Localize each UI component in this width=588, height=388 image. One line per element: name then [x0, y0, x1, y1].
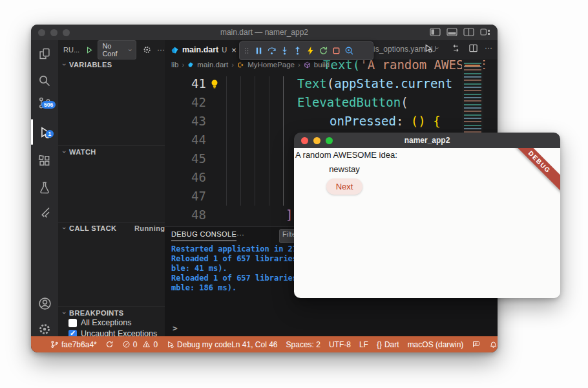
breadcrumb: lib › main.dart › MyHomePage › build	[171, 61, 330, 69]
step-out-icon[interactable]	[293, 46, 302, 56]
status-bar: fae7b6a4* 0 0 Debug my code Ln 41, Col 4…	[31, 336, 498, 352]
indent-guide	[240, 76, 241, 206]
flutter-icon[interactable]	[31, 203, 58, 222]
debug-banner: DEBUG	[505, 148, 560, 196]
variables-section-header[interactable]: › VARIABLES	[63, 61, 112, 69]
problems-item[interactable]: 0 0	[122, 340, 158, 349]
panel-more-icon[interactable]: ···	[236, 230, 244, 239]
stop-icon[interactable]	[331, 46, 341, 56]
chevron-icon: ›	[61, 227, 68, 230]
breadcrumb-myhomepage[interactable]: MyHomePage	[247, 61, 295, 69]
console-input-prompt[interactable]: >	[173, 323, 178, 333]
line-number: 47	[183, 187, 206, 206]
open-changes-button[interactable]	[451, 43, 461, 53]
step-over-icon[interactable]	[267, 46, 277, 56]
chevron-icon: ›	[61, 312, 68, 314]
split-editor-icon	[468, 43, 478, 53]
close-tab-icon[interactable]: ×	[231, 45, 236, 55]
toggle-sidebar-icon[interactable]	[430, 28, 441, 36]
namer-app-window: namer_app2 A random AWESOME idea: newsta…	[294, 133, 560, 298]
chevron-down-icon: ›	[434, 47, 441, 49]
chevron-icon: ›	[61, 63, 68, 66]
idea-column: A random AWESOME idea: newstay Next	[295, 150, 394, 195]
code-line-41: Text(appState.current	[297, 74, 452, 93]
customize-layout-icon[interactable]	[480, 28, 491, 36]
symbol-method-icon	[304, 61, 311, 69]
encoding-item[interactable]: UTF-8	[329, 340, 351, 349]
chevron-icon: ›	[61, 151, 68, 153]
run-menu-button[interactable]: ›	[423, 43, 438, 53]
split-editor-button[interactable]	[468, 43, 478, 53]
call-stack-section-header[interactable]: › CALL STACK	[63, 224, 116, 232]
chevron-down-icon: ›	[127, 48, 134, 50]
layout-controls	[430, 28, 491, 36]
debug-play-icon	[166, 340, 174, 349]
toggle-panel-icon[interactable]	[446, 28, 457, 36]
call-stack-status: Running	[134, 224, 165, 232]
tab-main-dart[interactable]: main.dart U ×	[165, 40, 242, 59]
breadcrumb-lib[interactable]: lib	[171, 61, 179, 69]
minimap-mark	[465, 65, 480, 67]
split-editor-layout-icon[interactable]	[463, 28, 474, 36]
code-line-40: Text('A random AWESOME	[323, 59, 486, 74]
editor-more-actions[interactable]: ···	[485, 43, 492, 52]
search-icon[interactable]	[31, 71, 58, 91]
symbol-class-icon	[237, 61, 244, 69]
hot-reload-icon[interactable]	[306, 46, 315, 56]
word-pair-text: newstay	[329, 164, 360, 174]
app-content: A random AWESOME idea: newstay Next DEBU…	[294, 148, 560, 298]
console-line: Restarted application in 274	[171, 244, 302, 253]
vscode-titlebar[interactable]: main.dart — namer_app2	[31, 25, 498, 40]
sidebar-more-icon[interactable]: ···	[157, 45, 165, 54]
account-icon[interactable]	[31, 294, 58, 313]
line-number: 41	[183, 74, 206, 93]
explorer-icon[interactable]	[31, 44, 58, 63]
line-number: 44	[183, 131, 206, 149]
app-titlebar[interactable]: namer_app2	[294, 133, 560, 148]
window-title: main.dart — namer_app2	[31, 28, 498, 37]
checkbox-unchecked[interactable]	[68, 319, 77, 327]
code-line-42: ElevatedButton(	[297, 93, 408, 112]
testing-icon[interactable]	[31, 178, 58, 197]
eol-item[interactable]: LF	[359, 340, 368, 349]
extensions-icon[interactable]	[31, 151, 58, 171]
run-debug-icon[interactable]	[31, 122, 58, 142]
breakpoint-all-exceptions[interactable]: All Exceptions	[68, 318, 132, 327]
debug-toolbar	[239, 41, 373, 60]
debug-badge: 1	[46, 130, 54, 138]
sync-icon[interactable]	[105, 340, 114, 349]
watch-section-header[interactable]: › WATCH	[63, 148, 96, 156]
dart-file-icon	[171, 46, 179, 54]
debug-config-dropdown[interactable]: No Conf ›	[98, 40, 136, 59]
breadcrumb-build[interactable]: build	[314, 61, 330, 69]
run-debug-sidebar	[58, 40, 165, 336]
debug-session-item[interactable]: Debug my code	[166, 340, 231, 349]
changes-icon	[451, 43, 461, 53]
tab-debug-console[interactable]: DEBUG CONSOLE	[171, 230, 236, 241]
app-window-title: namer_app2	[294, 136, 560, 145]
devtools-inspector-icon[interactable]	[344, 46, 354, 56]
line-number: 46	[183, 168, 206, 187]
indentation-item[interactable]: Spaces: 2	[286, 340, 320, 349]
warning-icon	[142, 340, 151, 349]
next-button[interactable]: Next	[326, 178, 363, 195]
bell-icon[interactable]	[489, 340, 498, 349]
line-number: 45	[183, 149, 206, 168]
git-branch-item[interactable]: fae7b6a4*	[50, 340, 97, 349]
lightbulb-icon[interactable]	[210, 79, 219, 89]
debug-device-item[interactable]: macOS (darwin)	[408, 340, 464, 349]
step-into-icon[interactable]	[280, 46, 289, 56]
scm-badge: 506	[41, 101, 56, 109]
language-mode-item[interactable]: {} Dart	[377, 340, 399, 349]
start-debug-icon[interactable]	[85, 46, 93, 54]
feedback-icon[interactable]	[472, 340, 481, 349]
pause-icon[interactable]	[254, 46, 264, 56]
cursor-position-item[interactable]: Ln 41, Col 46	[231, 340, 277, 349]
drag-handle[interactable]	[243, 46, 251, 56]
breadcrumb-main-dart[interactable]: main.dart	[197, 61, 228, 69]
restart-icon[interactable]	[319, 46, 328, 56]
breakpoints-section-header[interactable]: › BREAKPOINTS	[63, 309, 124, 317]
gear-icon[interactable]	[143, 45, 151, 54]
console-line: mble: 186 ms).	[171, 283, 236, 292]
branch-icon	[50, 340, 59, 349]
